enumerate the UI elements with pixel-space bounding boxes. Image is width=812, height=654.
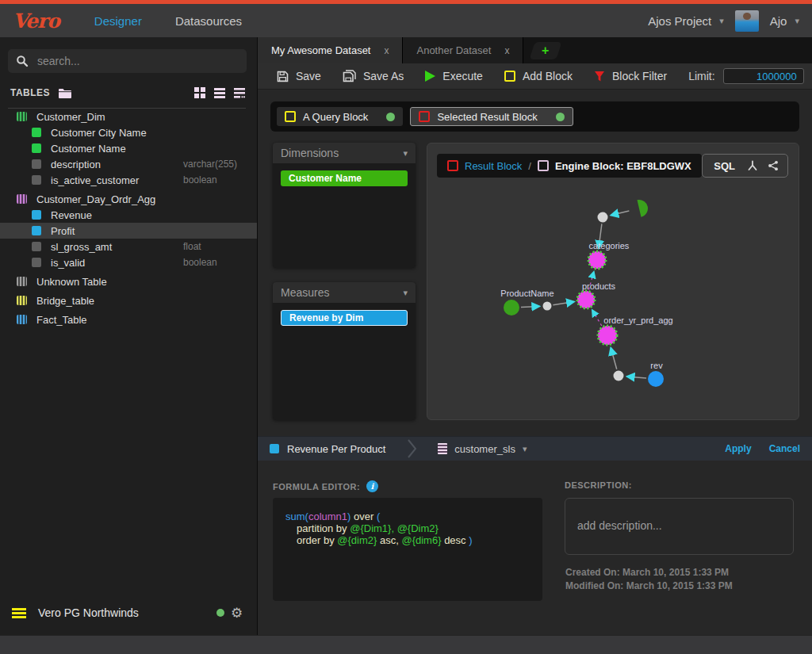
- tree-table-row[interactable]: Bridge_table: [0, 293, 257, 308]
- formula-code-editor[interactable]: sum(column1) over (partition by @{Dim1},…: [273, 498, 542, 601]
- limit-input[interactable]: [723, 68, 804, 84]
- tree-table-row[interactable]: Fact_Table: [0, 312, 257, 327]
- graph-node-categories[interactable]: [588, 251, 606, 269]
- tree-field-row[interactable]: sl_gross_amtfloat: [0, 239, 257, 254]
- description-input[interactable]: add description...: [565, 498, 794, 555]
- sql-button[interactable]: SQL: [707, 160, 742, 172]
- cancel-button[interactable]: Cancel: [769, 443, 800, 454]
- chevron-down-icon: ▾: [719, 16, 724, 26]
- tree-field-row[interactable]: Customer City Name: [0, 124, 257, 140]
- tree-table-row[interactable]: Customer_Day_Ordr_Agg: [0, 191, 257, 207]
- apply-button[interactable]: Apply: [725, 443, 751, 454]
- tree-field-row[interactable]: Customer Name: [0, 140, 257, 156]
- graph-node-rev[interactable]: [648, 371, 664, 387]
- user-menu[interactable]: Ajo ▾: [770, 14, 799, 28]
- source-table-selector[interactable]: customer_sls: [454, 443, 515, 455]
- nav-designer[interactable]: Designer: [94, 14, 142, 28]
- result-block-chip[interactable]: Selected Result Block: [410, 107, 573, 126]
- lineage-graph[interactable]: categoriesproductsProductNameorder_yr_pr…: [427, 143, 799, 419]
- navbar: Vero Designer Datasources Ajos Project ▾…: [0, 4, 812, 37]
- measures-title: Measures: [281, 286, 329, 299]
- breadcrumb-engine-block[interactable]: Engine Block: EBF8LDGWX: [555, 160, 691, 172]
- save-label: Save: [296, 70, 321, 82]
- block-status-dot: [556, 113, 565, 121]
- field-color-swatch: [32, 242, 41, 251]
- dimension-pill[interactable]: Customer Name: [281, 170, 408, 186]
- tree-field-row[interactable]: is_active_customerboolean: [0, 172, 257, 188]
- save-button[interactable]: Save: [277, 70, 321, 82]
- hierarchy-icon[interactable]: [742, 160, 763, 171]
- field-color-swatch: [32, 128, 41, 137]
- description-label: DESCRIPTION:: [565, 480, 632, 490]
- measures-header[interactable]: Measures ▾: [273, 282, 416, 303]
- limit-label: Limit:: [688, 70, 714, 82]
- search-input[interactable]: [36, 54, 239, 68]
- field-color-swatch: [32, 143, 41, 153]
- table-icon: [17, 315, 27, 324]
- tables-header-row: TABLES: [10, 83, 245, 102]
- tab-close-button[interactable]: x: [384, 45, 389, 56]
- block-filter-label: Block Filter: [612, 70, 667, 82]
- folder-icon: [59, 88, 71, 98]
- save-icon: [277, 71, 289, 82]
- query-block-label: A Query Block: [303, 111, 368, 123]
- save-as-icon: [343, 70, 356, 82]
- add-block-button[interactable]: Add Block: [504, 70, 573, 82]
- result-block-label: Selected Result Block: [437, 111, 537, 123]
- nav-datasources[interactable]: Datasources: [175, 14, 242, 28]
- query-block-icon: [285, 111, 296, 122]
- tab-close-button[interactable]: x: [504, 45, 509, 56]
- tree-field-row[interactable]: is_validboolean: [0, 254, 257, 270]
- block-filter-button[interactable]: Block Filter: [594, 70, 667, 82]
- tab-another-dataset[interactable]: Another Dataset x: [403, 37, 523, 63]
- lineage-panel: categoriesproductsProductNameorder_yr_pr…: [427, 143, 799, 420]
- breadcrumb-result-block[interactable]: Result Block: [465, 160, 522, 172]
- query-block-chip[interactable]: A Query Block: [277, 107, 403, 126]
- tree-field-row[interactable]: Revenue: [0, 207, 257, 223]
- graph-toolbar: SQL: [702, 154, 788, 178]
- save-as-button[interactable]: Save As: [343, 70, 404, 82]
- tree-field-row[interactable]: Profit: [0, 223, 257, 239]
- detail-view-icon[interactable]: [234, 87, 245, 98]
- tab-label: Another Dataset: [416, 44, 491, 56]
- tab-my-awesome-dataset[interactable]: My Awesome Dataset x: [258, 37, 403, 63]
- graph-node-join2[interactable]: [543, 302, 552, 311]
- add-dataset-button[interactable]: +: [530, 42, 562, 59]
- user-avatar[interactable]: [735, 10, 759, 32]
- add-block-icon: [504, 71, 515, 82]
- project-selector[interactable]: Ajos Project ▾: [648, 14, 724, 28]
- tree-field-row[interactable]: descriptionvarchar(255): [0, 156, 257, 172]
- datasource-row[interactable]: Vero PG Northwinds ⚙: [0, 603, 257, 622]
- graph-edge: [553, 301, 574, 304]
- query-blocks-strip: A Query Block Selected Result Block: [270, 101, 799, 132]
- measure-pill[interactable]: Revenue by Dim: [281, 310, 408, 326]
- dimensions-header[interactable]: Dimensions ▾: [273, 143, 416, 163]
- info-icon[interactable]: i: [366, 480, 378, 492]
- graph-node-join3[interactable]: [614, 371, 624, 381]
- graph-edge: [626, 377, 646, 378]
- field-color-swatch: [32, 159, 41, 169]
- gear-icon[interactable]: ⚙: [231, 606, 243, 620]
- chevron-down-icon: ▾: [795, 16, 799, 26]
- tree-table-row[interactable]: Customer_Dim: [0, 109, 257, 124]
- limit-control: Limit:: [688, 68, 803, 84]
- share-icon[interactable]: [763, 160, 783, 171]
- graph-node-source[interactable]: [638, 198, 650, 217]
- graph-node-order_yr_prd_agg[interactable]: [598, 326, 617, 345]
- breadcrumb-chevron-icon: [408, 439, 417, 458]
- tab-label: My Awesome Dataset: [271, 44, 370, 56]
- graph-node-product_name[interactable]: [504, 300, 519, 316]
- app-logo[interactable]: Vero: [13, 10, 59, 33]
- search-icon: [16, 55, 29, 67]
- list-view-icon[interactable]: [214, 87, 225, 98]
- graph-node-products[interactable]: [577, 291, 595, 308]
- engine-block-icon: [538, 160, 549, 171]
- chevron-down-icon[interactable]: ▾: [523, 444, 527, 454]
- description-title: DESCRIPTION:: [565, 480, 632, 490]
- grid-view-icon[interactable]: [194, 87, 205, 98]
- tree-table-row[interactable]: Unknown Table: [0, 273, 257, 289]
- measures-panel: Measures ▾ Revenue by Dim: [273, 282, 416, 420]
- tree-label: Customer_Day_Ordr_Agg: [36, 193, 155, 205]
- execute-button[interactable]: Execute: [425, 70, 483, 82]
- graph-node-join1[interactable]: [598, 212, 608, 223]
